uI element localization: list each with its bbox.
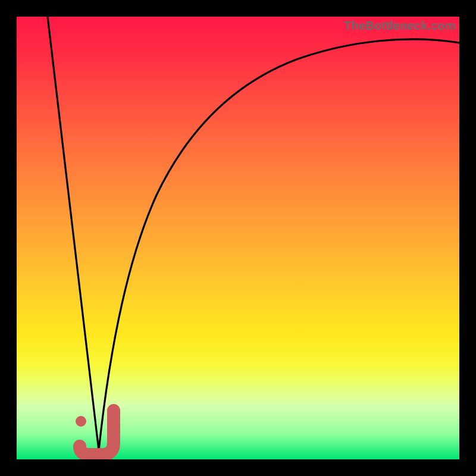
plot-area: TheBottleneck.com [17,17,459,459]
j-marker-icon [80,411,114,455]
marker-glyph [17,17,459,459]
marker-dot-icon [76,416,86,427]
outer-frame: TheBottleneck.com [0,0,476,476]
